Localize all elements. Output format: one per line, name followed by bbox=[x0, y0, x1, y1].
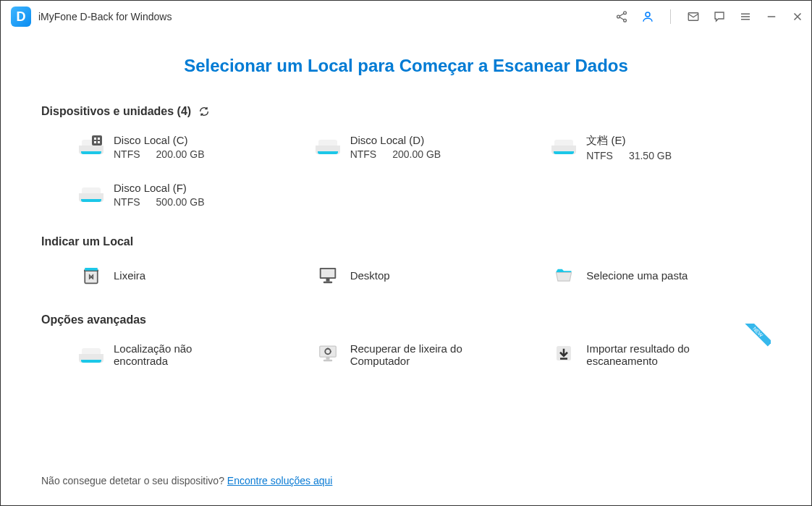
recycle-bin-icon bbox=[79, 264, 103, 286]
drive-icon bbox=[316, 134, 340, 154]
import-scan-item[interactable]: Importar resultado do escaneamento bbox=[551, 342, 771, 367]
desktop-icon bbox=[316, 264, 340, 286]
drive-c-item[interactable]: Disco Local (C) NTFS 200.00 GB bbox=[79, 134, 298, 161]
select-folder-label: Selecione uma pasta bbox=[586, 269, 688, 282]
drive-d-item[interactable]: Disco Local (D) NTFS 200.00 GB bbox=[316, 134, 535, 161]
app-logo-letter: D bbox=[17, 9, 26, 25]
drive-name: 文档 (E) bbox=[586, 134, 672, 148]
select-folder-item[interactable]: Selecione uma pasta bbox=[551, 264, 771, 286]
drive-fs: NTFS bbox=[114, 148, 140, 160]
titlebar-actions bbox=[615, 9, 804, 24]
section-devices-title: Dispositivos e unidades (4) bbox=[41, 105, 191, 118]
desktop-item[interactable]: Desktop bbox=[316, 264, 535, 286]
footer: Não consegue detetar o seu dispositivo? … bbox=[41, 475, 332, 486]
drive-e-item[interactable]: 文档 (E) NTFS 31.50 GB bbox=[551, 134, 771, 161]
drives-grid: Disco Local (C) NTFS 200.00 GB Disco Loc… bbox=[41, 134, 771, 208]
drive-icon bbox=[79, 134, 103, 154]
location-not-found-label: Localização não encontrada bbox=[114, 342, 229, 367]
recover-icon bbox=[316, 342, 340, 364]
drive-size: 31.50 GB bbox=[629, 150, 672, 161]
app-title: iMyFone D-Back for Windows bbox=[38, 11, 172, 22]
recover-from-bin-label: Recuperar de lixeira do Computador bbox=[350, 342, 481, 367]
locations-grid: Lixeira Desktop Selecione uma pasta bbox=[41, 264, 771, 286]
drive-icon bbox=[551, 134, 576, 154]
section-advanced-title: Opções avançadas bbox=[41, 313, 146, 326]
import-icon bbox=[551, 342, 576, 364]
close-icon[interactable] bbox=[791, 10, 804, 23]
recycle-bin-item[interactable]: Lixeira bbox=[79, 264, 298, 286]
drive-name: Disco Local (D) bbox=[350, 134, 441, 146]
svg-rect-6 bbox=[85, 268, 98, 271]
section-location-head: Indicar um Local bbox=[41, 235, 771, 248]
drive-fs: NTFS bbox=[586, 150, 613, 161]
svg-rect-10 bbox=[323, 282, 332, 284]
new-badge bbox=[745, 324, 771, 350]
drive-name: Disco Local (C) bbox=[114, 134, 205, 146]
svg-point-2 bbox=[624, 19, 627, 22]
folder-icon bbox=[551, 264, 576, 286]
location-not-found-item[interactable]: Localização não encontrada bbox=[79, 342, 298, 367]
drive-fs: NTFS bbox=[350, 148, 377, 160]
svg-rect-9 bbox=[326, 279, 329, 282]
drive-f-item[interactable]: Disco Local (F) NTFS 500.00 GB bbox=[79, 182, 298, 208]
footer-text: Não consegue detetar o seu dispositivo? bbox=[41, 475, 227, 486]
footer-link[interactable]: Encontre soluções aqui bbox=[227, 475, 333, 486]
drive-icon bbox=[79, 182, 103, 202]
svg-point-0 bbox=[624, 12, 627, 14]
advanced-grid: Localização não encontrada Recuperar de … bbox=[41, 342, 771, 367]
titlebar-divider bbox=[670, 9, 671, 24]
svg-rect-14 bbox=[323, 360, 332, 362]
drive-size: 200.00 GB bbox=[392, 148, 441, 160]
drive-icon bbox=[79, 342, 103, 363]
section-location-title: Indicar um Local bbox=[41, 235, 133, 248]
drive-fs: NTFS bbox=[114, 196, 140, 208]
drive-size: 200.00 GB bbox=[156, 148, 205, 160]
refresh-icon[interactable] bbox=[198, 106, 210, 117]
minimize-icon[interactable] bbox=[765, 10, 778, 23]
page-title: Selecionar um Local para Começar a Escan… bbox=[1, 56, 811, 76]
drive-name: Disco Local (F) bbox=[114, 182, 205, 194]
share-icon[interactable] bbox=[615, 10, 628, 23]
titlebar: D iMyFone D-Back for Windows bbox=[1, 1, 811, 33]
svg-rect-16 bbox=[560, 358, 567, 360]
section-devices-head: Dispositivos e unidades (4) bbox=[41, 105, 771, 118]
windows-badge-icon bbox=[92, 135, 102, 146]
desktop-label: Desktop bbox=[350, 269, 390, 282]
recycle-bin-label: Lixeira bbox=[114, 269, 145, 282]
svg-rect-8 bbox=[321, 269, 334, 277]
content-area: Dispositivos e unidades (4) Disco Local … bbox=[1, 105, 811, 367]
user-icon[interactable] bbox=[641, 10, 654, 23]
recover-from-bin-item[interactable]: Recuperar de lixeira do Computador bbox=[316, 342, 535, 367]
menu-icon[interactable] bbox=[739, 10, 752, 23]
svg-rect-11 bbox=[319, 346, 336, 357]
app-logo: D bbox=[11, 7, 31, 27]
drive-size: 500.00 GB bbox=[156, 196, 205, 208]
feedback-icon[interactable] bbox=[713, 10, 726, 23]
mail-icon[interactable] bbox=[687, 10, 700, 23]
svg-point-3 bbox=[646, 12, 650, 17]
section-advanced-head: Opções avançadas bbox=[41, 313, 771, 326]
import-scan-label: Importar resultado do escaneamento bbox=[586, 342, 709, 367]
svg-rect-13 bbox=[326, 357, 329, 360]
